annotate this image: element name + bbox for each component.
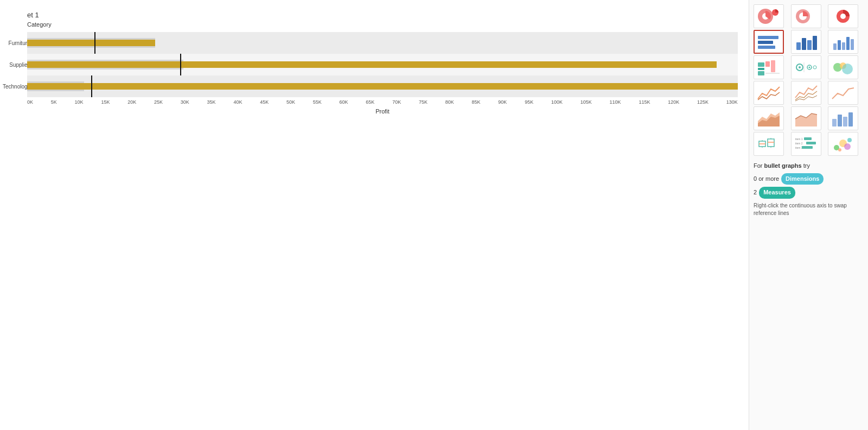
for-label: For (754, 162, 764, 169)
chart-type-scatter[interactable] (828, 132, 858, 156)
svg-rect-38 (848, 112, 853, 127)
measures-badge: Measures (759, 187, 795, 199)
chart-type-label: bullet graphs (764, 162, 802, 169)
chart-type-box1[interactable] (754, 132, 784, 156)
swap-note: Right-click the continuous axis to swap … (754, 202, 864, 217)
svg-rect-7 (758, 46, 775, 49)
x-tick: 120K (668, 99, 679, 105)
svg-rect-10 (807, 40, 812, 50)
chart-type-bar3[interactable] (828, 30, 858, 54)
svg-point-4 (840, 14, 846, 19)
x-axis-label: Profit (27, 108, 738, 115)
chart-type-bullet-bar[interactable] (754, 30, 784, 54)
chart-type-area1[interactable] (754, 106, 784, 130)
x-tick: 25K (154, 99, 163, 105)
svg-text:item 2: item 2 (795, 142, 803, 145)
chart-type-mixed2[interactable] (791, 55, 821, 79)
bars-area (27, 32, 738, 97)
svg-point-27 (808, 67, 810, 68)
bar-row-technology (27, 75, 738, 97)
right-panel: item 1 item 2 item 3 For bullet graphs t… (749, 0, 868, 430)
supplies-ref-line (180, 54, 181, 75)
x-tick: 55K (313, 99, 322, 105)
x-tick: 115K (639, 99, 650, 105)
x-tick: 75K (419, 99, 427, 105)
x-tick: 30K (181, 99, 189, 105)
svg-rect-52 (802, 146, 813, 149)
x-tick: 0K (27, 99, 33, 105)
try-label: try (803, 162, 810, 169)
y-label-furniture: Furniture (3, 40, 30, 46)
furniture-ref-line (94, 32, 95, 54)
chart-info-section: For bullet graphs try 0 or more Dimensio… (754, 161, 864, 217)
x-tick: 100K (551, 99, 563, 105)
chart-container: Furniture Supplies Technology (27, 32, 738, 130)
chart-type-line2[interactable] (791, 81, 821, 105)
chart-type-pie3[interactable] (828, 4, 858, 28)
svg-rect-12 (833, 43, 837, 50)
y-labels: Furniture Supplies Technology (3, 32, 30, 97)
chart-type-area2[interactable] (791, 106, 821, 130)
svg-rect-50 (804, 137, 812, 140)
supplies-gold-bar (27, 61, 717, 68)
x-tick: 80K (445, 99, 454, 105)
x-axis: 0K 5K 10K 15K 20K 25K 30K 35K 40K 45K 50… (27, 99, 738, 105)
x-tick: 5K (51, 99, 57, 105)
svg-text:item 1: item 1 (795, 137, 803, 141)
x-tick: 125K (697, 99, 709, 105)
x-tick: 10K (75, 99, 84, 105)
svg-marker-34 (795, 113, 817, 127)
chart-type-mixed1[interactable] (754, 55, 784, 79)
bar-row-supplies (27, 54, 738, 75)
svg-rect-8 (796, 42, 801, 50)
chart-subtitle: et 1 (27, 11, 738, 19)
category-label: Category (27, 21, 738, 28)
chart-type-area3[interactable] (828, 106, 858, 130)
measures-count: 2 (754, 188, 757, 198)
chart-type-line1[interactable] (754, 81, 784, 105)
svg-rect-13 (838, 40, 841, 50)
x-tick: 50K (286, 99, 295, 105)
svg-rect-5 (758, 36, 778, 39)
x-tick: 20K (127, 99, 136, 105)
svg-rect-43 (768, 139, 774, 147)
chart-type-line3[interactable] (828, 81, 858, 105)
y-label-technology: Technology (3, 84, 30, 90)
bar-row-furniture (27, 32, 738, 54)
svg-rect-9 (802, 38, 806, 50)
svg-rect-37 (843, 117, 847, 127)
x-tick: 110K (610, 99, 621, 105)
svg-rect-21 (771, 60, 775, 72)
svg-rect-17 (758, 62, 764, 67)
svg-rect-16 (851, 39, 854, 50)
furniture-gold-bar (27, 40, 155, 46)
x-tick: 95K (525, 99, 533, 105)
dimensions-count: 0 or more (754, 174, 779, 184)
x-tick: 40K (233, 99, 242, 105)
svg-rect-14 (842, 42, 845, 50)
x-tick: 35K (207, 99, 216, 105)
svg-point-57 (844, 143, 851, 150)
svg-rect-11 (813, 36, 817, 50)
x-tick: 85K (472, 99, 481, 105)
chart-type-pie2[interactable] (791, 4, 821, 28)
technology-ref-line (91, 75, 92, 97)
dimensions-badge: Dimensions (781, 173, 824, 185)
svg-rect-51 (806, 142, 816, 144)
chart-type-grid: item 1 item 2 item 3 (754, 4, 864, 156)
svg-rect-36 (838, 115, 842, 127)
chart-type-bar2[interactable] (791, 30, 821, 54)
svg-rect-6 (758, 41, 773, 44)
x-tick: 65K (366, 99, 374, 105)
svg-point-31 (842, 64, 853, 74)
svg-rect-19 (758, 71, 764, 75)
chart-area: et 1 Category Furniture Supplies Technol… (0, 0, 749, 430)
svg-rect-18 (758, 68, 764, 70)
x-tick: 45K (260, 99, 269, 105)
x-tick: 15K (101, 99, 110, 105)
chart-type-mixed3[interactable] (828, 55, 858, 79)
x-tick: 105K (580, 99, 592, 105)
chart-type-gantt[interactable]: item 1 item 2 item 3 (791, 132, 821, 156)
chart-type-pie1[interactable] (754, 4, 784, 28)
x-tick: 130K (726, 99, 738, 105)
